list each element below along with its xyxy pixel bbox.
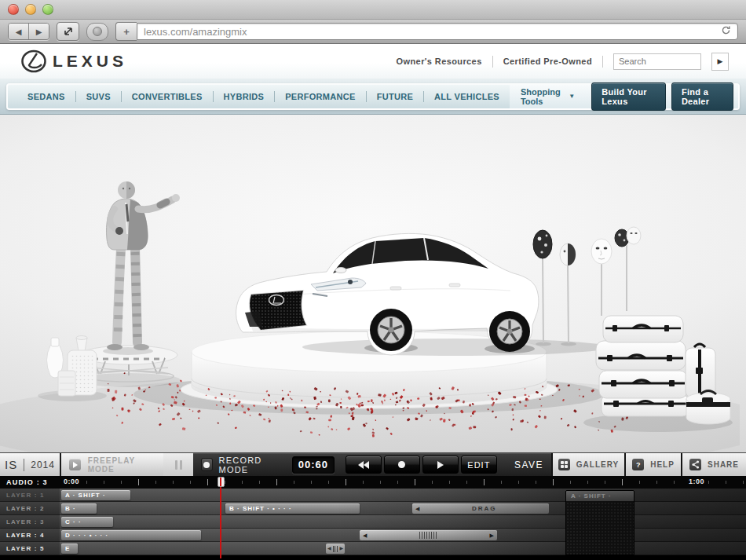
save-button[interactable]: SAVE <box>514 459 543 470</box>
expand-icon <box>63 26 74 37</box>
minimize-icon[interactable] <box>25 4 36 15</box>
help-icon: ? <box>632 459 644 470</box>
nav-hybrids[interactable]: HYBRIDS <box>214 92 275 101</box>
timeline-drag[interactable]: ◀DRAG <box>412 503 549 514</box>
play-icon <box>437 461 444 469</box>
timeline-clip[interactable]: B · SHIFT · • · · · <box>225 503 360 514</box>
timeline-clip[interactable]: A · SHIFT · <box>61 490 130 500</box>
gallery-grid-icon <box>558 459 570 470</box>
reload-icon[interactable] <box>721 24 731 38</box>
playhead-line[interactable] <box>220 477 221 558</box>
timeline-grip[interactable]: ◀▶ <box>326 544 345 554</box>
record-section: RECORD MODE 00:60 EDIT SAVE <box>193 453 551 476</box>
brand-wordmark: LEXUS <box>53 52 127 71</box>
layer-label: LAYER : 4 <box>0 529 60 542</box>
nav-suvs[interactable]: SUVS <box>76 92 121 101</box>
main-nav: SEDANS SUVS CONVERTIBLES HYBRIDS PERFORM… <box>6 83 740 110</box>
timeline-expanded-clip[interactable]: A · SHIFT · <box>565 490 634 555</box>
vases-object[interactable] <box>38 336 107 402</box>
model-year: 2014 <box>31 459 55 470</box>
url-text[interactable]: lexus.com/amazingmix <box>144 26 721 38</box>
layer-track[interactable]: D · · · • · · ·◀▶ <box>60 529 746 542</box>
freeplay-label: FREEPLAY MODE <box>88 456 163 474</box>
layer-track[interactable]: A · SHIFT · <box>60 489 746 502</box>
play-icon <box>69 459 81 470</box>
url-group: + lexus.com/amazingmix <box>115 22 738 41</box>
expanded-clip-header[interactable]: A · SHIFT · <box>566 491 634 501</box>
build-your-lexus-button[interactable]: Build Your Lexus <box>591 82 666 111</box>
nav-all-vehicles[interactable]: ALL VEHICLES <box>424 92 510 101</box>
search-input[interactable] <box>613 53 701 70</box>
expand-button[interactable] <box>57 22 79 41</box>
divider <box>602 56 603 68</box>
pause-icon <box>175 460 177 470</box>
browser-window: ◀ ▶ + lexus.com/amazingmix <box>0 0 746 560</box>
slider-grip <box>419 532 438 539</box>
record-mode-icon <box>201 458 213 471</box>
owners-resources-link[interactable]: Owner's Resources <box>397 57 482 66</box>
playhead-handle[interactable] <box>218 477 225 487</box>
back-button[interactable]: ◀ <box>9 24 28 39</box>
layer-label: LAYER : 1 <box>0 489 60 502</box>
timer-display: 00:60 <box>292 456 335 474</box>
nav-sedans[interactable]: SEDANS <box>17 92 75 101</box>
timeline-clip[interactable]: B · <box>61 503 97 514</box>
target-icon <box>93 27 102 36</box>
layer-track[interactable]: C · · <box>60 515 746 529</box>
ruler-end-time: 1:00 <box>686 478 707 485</box>
divider <box>24 459 24 471</box>
layer-track[interactable]: B ·B · SHIFT · • · · ·◀DRAG <box>60 502 746 515</box>
pause-icon <box>180 460 182 470</box>
play-button[interactable] <box>422 456 459 474</box>
nav-future[interactable]: FUTURE <box>367 92 423 101</box>
add-tab-button[interactable]: + <box>115 22 137 41</box>
stage-scene <box>0 115 746 452</box>
slider-right-icon: ▶ <box>490 530 494 540</box>
zoom-icon[interactable] <box>42 4 53 15</box>
search-go-button[interactable]: ▶ <box>711 53 729 71</box>
grip-right-icon: ▶ <box>340 544 344 554</box>
layer-track[interactable]: E◀▶ <box>60 542 746 555</box>
layer-label: LAYER : 5 <box>0 542 60 555</box>
audio-track-label: AUDIO : 3 <box>0 476 60 489</box>
record-button[interactable] <box>384 456 420 474</box>
ruler-track[interactable]: 0:00 1:00 <box>60 476 746 489</box>
share-icon <box>689 459 701 470</box>
forward-button[interactable]: ▶ <box>28 24 49 39</box>
page: LEXUS Owner's Resources Certified Pre-Ow… <box>0 44 746 560</box>
timeline-clip[interactable]: D · · · • · · · <box>61 530 201 540</box>
certified-preowned-link[interactable]: Certified Pre-Owned <box>503 57 592 66</box>
record-icon <box>398 461 405 468</box>
target-button[interactable] <box>86 23 108 41</box>
nav-band: SEDANS SUVS CONVERTIBLES HYBRIDS PERFORM… <box>0 79 746 115</box>
timeline-rows: LAYER : 1A · SHIFT ·LAYER : 2B ·B · SHIF… <box>0 489 746 555</box>
slider-left-icon: ◀ <box>363 530 367 540</box>
close-icon[interactable] <box>8 4 19 15</box>
rewind-button[interactable] <box>346 456 382 474</box>
gallery-button[interactable]: GALLERY <box>551 453 624 476</box>
url-bar[interactable]: lexus.com/amazingmix <box>137 23 738 40</box>
timeline-ruler: AUDIO : 3 0:00 1:00 <box>0 476 746 489</box>
mix-timeline: AUDIO : 3 0:00 1:00 LAYER : 1A · SHIFT ·… <box>0 476 746 560</box>
window-titlebar <box>0 0 746 20</box>
help-button[interactable]: ? HELP <box>624 453 681 476</box>
timeline-footer <box>0 555 746 560</box>
lexus-logo[interactable]: LEXUS <box>20 49 127 73</box>
edit-button[interactable]: EDIT <box>461 456 497 474</box>
nav-performance[interactable]: PERFORMANCE <box>275 92 365 101</box>
divider <box>492 56 493 68</box>
shopping-tools-menu[interactable]: Shopping Tools▼ <box>521 87 575 106</box>
find-a-dealer-button[interactable]: Find a Dealer <box>671 82 733 111</box>
share-button[interactable]: SHARE <box>681 453 746 476</box>
nav-convertibles[interactable]: CONVERTIBLES <box>122 92 213 101</box>
grip-left-icon: ◀ <box>327 544 331 554</box>
timeline-clip[interactable]: C · · <box>61 517 113 527</box>
transport-controls: EDIT <box>346 456 497 474</box>
timeline-slider[interactable]: ◀▶ <box>360 530 497 540</box>
luggage-object[interactable] <box>583 316 733 432</box>
pause-button[interactable] <box>163 453 193 476</box>
timeline-clip[interactable]: E <box>61 544 78 554</box>
freeplay-mode-button[interactable]: FREEPLAY MODE <box>61 453 163 476</box>
rear-wheel <box>489 311 530 352</box>
ruler-start-time: 0:00 <box>61 478 82 485</box>
